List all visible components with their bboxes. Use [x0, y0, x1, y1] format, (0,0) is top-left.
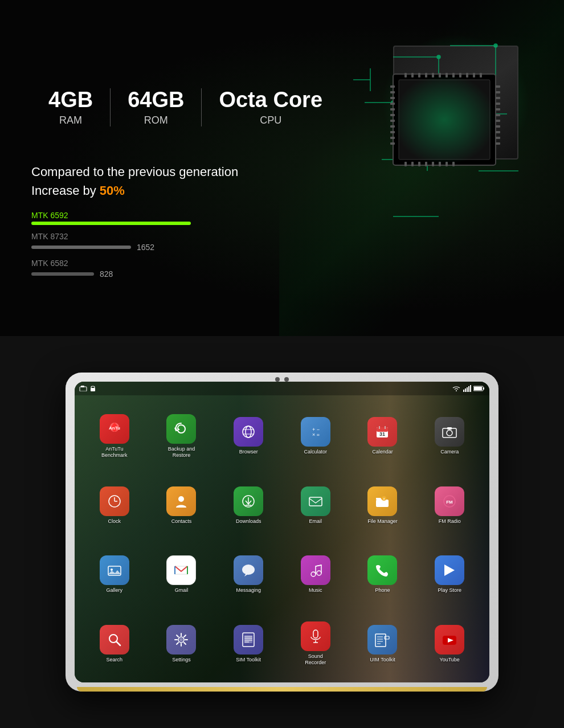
svg-point-104 — [242, 565, 255, 575]
app-item-gmail[interactable]: Gmail — [150, 542, 214, 608]
benchmark-score-2: 1652 — [137, 243, 154, 252]
app-icon-simtoolkit — [234, 625, 263, 655]
app-label-backup: Backup and Restore — [164, 446, 198, 459]
benchmark-bar-container-3: 828 — [31, 269, 293, 279]
comparison-line2: Increase by 50% — [31, 181, 238, 200]
status-bar-left — [79, 385, 96, 392]
app-item-browser[interactable]: Browser — [216, 403, 280, 469]
circuit-background — [279, 0, 564, 336]
svg-line-109 — [116, 641, 120, 645]
app-label-settings: Settings — [172, 657, 191, 663]
benchmark-bar-container-1 — [31, 222, 293, 225]
app-label-music: Music — [309, 587, 322, 594]
svg-rect-30 — [496, 85, 500, 88]
app-item-antutu[interactable]: AnTuAnTuTu Benchmark — [83, 403, 146, 469]
benchmark-row-2: MTK 8732 1652 — [31, 232, 293, 252]
app-label-phone: Phone — [375, 587, 390, 594]
app-item-playstore[interactable]: Play Store — [418, 542, 481, 608]
svg-point-13 — [437, 55, 440, 59]
app-grid: AnTuAnTuTu BenchmarkBackup and RestoreBr… — [75, 398, 489, 682]
app-item-calculator[interactable]: + −× =Calculator — [284, 403, 348, 469]
svg-rect-68 — [468, 386, 469, 392]
app-item-phone[interactable]: Phone — [351, 542, 415, 608]
app-item-messaging[interactable]: Messaging — [216, 542, 280, 608]
svg-rect-37 — [496, 125, 500, 128]
cpu-value: Octa Core — [219, 88, 322, 112]
svg-rect-69 — [470, 385, 471, 392]
svg-point-76 — [246, 426, 251, 437]
svg-rect-66 — [465, 388, 466, 392]
svg-text:31: 31 — [379, 431, 385, 437]
app-item-soundrecorder[interactable]: Sound Recorder — [284, 611, 348, 677]
top-section: 4GB RAM 64GB ROM Octa Core CPU Compared … — [0, 0, 564, 336]
svg-rect-72 — [474, 387, 482, 390]
app-label-simtoolkit: SIM Toolkit — [236, 657, 261, 663]
app-item-gallery[interactable]: Gallery — [83, 542, 146, 608]
svg-rect-64 — [91, 388, 95, 391]
benchmark-label-3: MTK 6582 — [31, 259, 293, 268]
app-item-camera[interactable]: Camera — [418, 403, 481, 469]
benchmark-label-2: MTK 8732 — [31, 232, 293, 241]
app-icon-soundrecorder — [301, 621, 330, 651]
tablet-screen: AnTuAnTuTu BenchmarkBackup and RestoreBr… — [75, 382, 489, 682]
app-label-gmail: Gmail — [175, 587, 189, 594]
benchmark-bar-1 — [31, 222, 191, 225]
spec-ram: 4GB RAM — [31, 88, 111, 126]
app-label-filemanager: File Manager — [367, 518, 398, 525]
app-icon-uimtoolkit — [367, 625, 397, 655]
benchmark-row-3: MTK 6582 828 — [31, 259, 293, 279]
app-icon-settings — [166, 625, 196, 655]
specs-container: 4GB RAM 64GB ROM Octa Core CPU — [31, 88, 340, 126]
app-item-youtube[interactable]: YouTube — [418, 611, 481, 677]
app-item-settings[interactable]: Settings — [150, 611, 214, 677]
app-icon-calculator: + −× = — [301, 417, 330, 447]
app-item-calendar[interactable]: 31Calendar — [351, 403, 415, 469]
benchmark-row-1: MTK 6592 — [31, 211, 293, 225]
rom-label: ROM — [128, 114, 184, 126]
app-icon-gmail — [166, 555, 196, 585]
app-icon-browser — [234, 417, 263, 447]
circuit-lines-svg — [279, 0, 564, 336]
app-icon-email — [301, 486, 330, 516]
svg-point-106 — [317, 571, 321, 575]
lock-icon — [89, 385, 96, 392]
app-item-uimtoolkit[interactable]: UIM Toolkit — [351, 611, 415, 677]
svg-point-103 — [111, 569, 113, 571]
svg-point-105 — [311, 572, 316, 576]
app-item-filemanager[interactable]: fFile Manager — [351, 473, 415, 539]
app-item-clock[interactable]: Clock — [83, 473, 146, 539]
svg-rect-88 — [447, 427, 452, 430]
sim-icon — [79, 386, 87, 391]
spec-rom: 64GB ROM — [111, 88, 202, 126]
svg-line-107 — [316, 565, 321, 566]
app-label-soundrecorder: Sound Recorder — [299, 653, 333, 666]
svg-rect-39 — [496, 137, 500, 139]
svg-point-14 — [494, 44, 497, 47]
app-item-backup[interactable]: Backup and Restore — [150, 403, 214, 469]
svg-point-87 — [447, 430, 452, 436]
camera-dot-2 — [284, 377, 289, 382]
app-icon-playstore — [435, 555, 464, 585]
comparison-line1: Compared to the previous generation — [31, 162, 238, 181]
app-icon-backup — [166, 414, 196, 444]
svg-text:AnTu: AnTu — [109, 426, 120, 431]
status-bar-right — [452, 385, 485, 392]
app-icon-music — [301, 555, 330, 585]
svg-point-92 — [178, 496, 184, 502]
app-item-contacts[interactable]: Contacts — [150, 473, 214, 539]
tablet-section: AnTuAnTuTu BenchmarkBackup and RestoreBr… — [0, 336, 564, 728]
app-item-simtoolkit[interactable]: SIM Toolkit — [216, 611, 280, 677]
svg-rect-122 — [385, 636, 389, 639]
app-item-fmradio[interactable]: FMFM Radio — [418, 473, 481, 539]
app-item-music[interactable]: Music — [284, 542, 348, 608]
app-item-downloads[interactable]: Downloads — [216, 473, 280, 539]
app-icon-downloads — [234, 486, 263, 516]
benchmark-bar-3 — [31, 272, 94, 276]
svg-rect-121 — [375, 634, 386, 647]
comparison-prefix: Increase by — [31, 183, 100, 198]
app-item-email[interactable]: Email — [284, 473, 348, 539]
svg-point-111 — [179, 638, 183, 641]
app-label-contacts: Contacts — [171, 518, 192, 525]
app-label-calendar: Calendar — [372, 449, 393, 455]
app-item-search[interactable]: Search — [83, 611, 146, 677]
